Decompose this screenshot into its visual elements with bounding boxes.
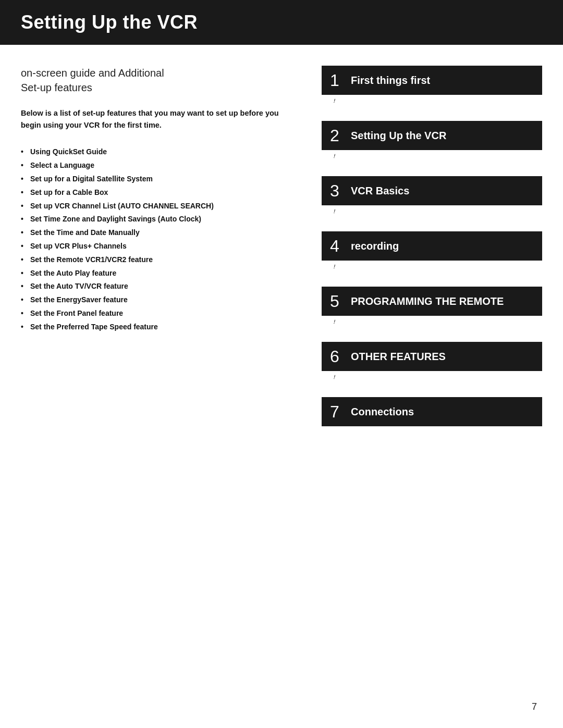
chapter-title-7: Connections: [351, 405, 414, 418]
bullet-item: Set the EnergySaver feature: [21, 294, 290, 306]
chapter-item-5: 5PROGRAMMING THE REMOTEꜝ: [322, 287, 542, 334]
chapter-bar-5[interactable]: 5PROGRAMMING THE REMOTE: [322, 287, 542, 316]
bullet-item: Set the Front Panel feature: [21, 307, 290, 320]
chapter-number-6: 6: [330, 348, 345, 365]
left-column: on-screen guide and Additional Set-up fe…: [21, 66, 301, 435]
chapter-arrow-5: ꜝ: [322, 316, 542, 334]
chapter-arrow-1: ꜝ: [322, 95, 542, 113]
bullet-item: Set up VCR Plus+ Channels: [21, 240, 290, 253]
bullet-item: Set the Auto Play feature: [21, 267, 290, 280]
page-title: Setting Up the VCR: [21, 11, 542, 33]
chapter-arrow-4: ꜝ: [322, 261, 542, 278]
bullet-item: Set up VCR Channel List (AUTO CHANNEL SE…: [21, 200, 290, 213]
bullet-item: Set up for a Digital Satellite System: [21, 173, 290, 186]
chapter-bar-4[interactable]: 4recording: [322, 231, 542, 261]
chapter-bar-6[interactable]: 6OTHER FEATURES: [322, 342, 542, 371]
bullet-item: Set the Time and Date Manually: [21, 227, 290, 239]
bullet-item: Set up for a Cable Box: [21, 187, 290, 199]
chapter-arrow-2: ꜝ: [322, 150, 542, 168]
page-number: 7: [532, 701, 537, 712]
chapter-title-6: OTHER FEATURES: [351, 350, 446, 363]
bullet-item: Set the Auto TV/VCR feature: [21, 280, 290, 293]
chapter-title-2: Setting Up the VCR: [351, 129, 446, 142]
bullet-list: Using QuickSet GuideSelect a LanguageSet…: [21, 146, 290, 333]
chapter-item-2: 2Setting Up the VCRꜝ: [322, 121, 542, 168]
chapter-title-4: recording: [351, 240, 399, 252]
intro-paragraph: Below is a list of set-up features that …: [21, 107, 290, 131]
chapter-number-3: 3: [330, 182, 345, 199]
chapter-title-1: First things first: [351, 74, 430, 87]
chapter-number-5: 5: [330, 293, 345, 310]
subtitle: on-screen guide and Additional Set-up fe…: [21, 66, 290, 95]
chapter-item-7: 7Connections: [322, 397, 542, 426]
bullet-item: Using QuickSet Guide: [21, 146, 290, 158]
bullet-item: Set the Preferred Tape Speed feature: [21, 321, 290, 334]
bullet-item: Set Time Zone and Daylight Savings (Auto…: [21, 213, 290, 226]
chapter-arrow-3: ꜝ: [322, 205, 542, 223]
right-column: 1First things firstꜝ2Setting Up the VCRꜝ…: [322, 66, 542, 435]
chapter-item-4: 4recordingꜝ: [322, 231, 542, 278]
chapter-bar-3[interactable]: 3VCR Basics: [322, 176, 542, 205]
chapter-number-2: 2: [330, 127, 345, 144]
bullet-item: Set the Remote VCR1/VCR2 feature: [21, 254, 290, 266]
chapter-bar-7[interactable]: 7Connections: [322, 397, 542, 426]
chapter-item-1: 1First things firstꜝ: [322, 66, 542, 113]
chapter-number-4: 4: [330, 238, 345, 254]
page-header: Setting Up the VCR: [0, 0, 563, 45]
chapter-title-5: PROGRAMMING THE REMOTE: [351, 295, 504, 307]
chapter-number-1: 1: [330, 72, 345, 89]
chapter-title-3: VCR Basics: [351, 184, 409, 197]
chapter-bar-1[interactable]: 1First things first: [322, 66, 542, 95]
chapter-item-6: 6OTHER FEATURESꜝ: [322, 342, 542, 389]
chapter-item-3: 3VCR Basicsꜝ: [322, 176, 542, 223]
chapter-bar-2[interactable]: 2Setting Up the VCR: [322, 121, 542, 150]
bullet-item: Select a Language: [21, 159, 290, 172]
chapter-number-7: 7: [330, 403, 345, 420]
chapter-arrow-6: ꜝ: [322, 371, 542, 389]
